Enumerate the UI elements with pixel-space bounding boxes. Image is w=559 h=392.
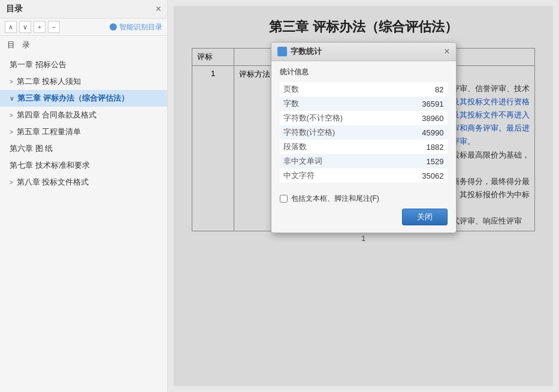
stat-row: 页数82	[280, 82, 448, 97]
stat-row: 中文字符35062	[280, 168, 448, 183]
toc-expand-down-btn[interactable]: ∨	[19, 21, 31, 33]
toc-item-chapter7[interactable]: 第七章 技术标准和要求	[0, 157, 167, 174]
toc-item-chapter5[interactable]: 第五章 工程量清单	[0, 123, 167, 140]
dialog-title-text: 字数统计	[291, 46, 322, 57]
close-dialog-btn[interactable]: 关闭	[402, 209, 448, 225]
stat-row: 字符数(计空格)45990	[280, 125, 448, 140]
sidebar-header: 目录 ×	[0, 0, 167, 19]
toc-collapse-up-btn[interactable]: ∧	[5, 21, 17, 33]
toc-item-chapter3[interactable]: 第三章 评标办法（综合评估法）	[0, 90, 167, 107]
stat-label: 非中文单词	[280, 154, 397, 168]
include-textbox-checkbox[interactable]	[280, 195, 288, 203]
sidebar-close-btn[interactable]: ×	[156, 4, 161, 14]
stat-value: 45990	[397, 125, 447, 140]
smart-btn-icon	[110, 23, 117, 31]
toc-item-chapter4[interactable]: 第四章 合同条款及格式	[0, 107, 167, 123]
stat-value: 35062	[397, 168, 447, 183]
stat-value: 38960	[397, 111, 447, 125]
toc-item-chapter6[interactable]: 第六章 图 纸	[0, 140, 167, 157]
stat-label: 字数	[280, 97, 397, 111]
stat-label: 页数	[280, 82, 397, 97]
include-textbox-row: 包括文本框、脚注和尾注(F)	[280, 194, 448, 204]
sidebar: 目录 × ∧ ∨ + − 智能识别目录 目 录 第一章 招标公告 第二章 投标人…	[0, 0, 168, 392]
stat-row: 段落数1882	[280, 140, 448, 154]
stat-value: 1882	[397, 140, 447, 154]
dialog-title-left: 字数统计	[277, 46, 322, 57]
stat-label: 字符数(不计空格)	[280, 111, 397, 125]
stats-table: 页数82字数36591字符数(不计空格)38960字符数(计空格)45990段落…	[280, 82, 448, 183]
sidebar-title: 目录	[6, 4, 23, 14]
dialog-close-row: 关闭	[280, 209, 448, 225]
main-content: 第三章 评标办法（综合评估法） 评标 编列内容 1 评标方法 定标： 一、本次评…	[168, 0, 559, 392]
dialog-close-x-btn[interactable]: ×	[444, 47, 449, 56]
document-area: 第三章 评标办法（综合评估法） 评标 编列内容 1 评标方法 定标： 一、本次评…	[174, 6, 553, 386]
dialog-footer: 包括文本框、脚注和尾注(F) 关闭	[271, 189, 456, 233]
stat-label: 字符数(计空格)	[280, 125, 397, 140]
stat-row: 字数36591	[280, 97, 448, 111]
stat-label: 中文字符	[280, 168, 397, 183]
stat-value: 82	[397, 82, 447, 97]
toc-list: 第一章 招标公告 第二章 投标人须知 第三章 评标办法（综合评估法） 第四章 合…	[0, 54, 167, 392]
word-count-dialog: 字数统计 × 统计信息 页数82字数36591字符数(不计空格)38960字符数…	[271, 42, 457, 233]
stat-row: 非中文单词1529	[280, 154, 448, 168]
smart-recognize-btn[interactable]: 智能识别目录	[110, 22, 162, 32]
stat-row: 字符数(不计空格)38960	[280, 111, 448, 125]
toc-section-label: 目 录	[0, 36, 167, 54]
stat-label: 段落数	[280, 140, 397, 154]
toc-remove-btn[interactable]: −	[48, 21, 60, 33]
smart-btn-label: 智能识别目录	[119, 22, 162, 32]
dialog-title-icon	[277, 47, 287, 56]
stats-section-label: 统计信息	[280, 67, 448, 77]
toc-add-btn[interactable]: +	[34, 21, 46, 33]
toc-item-chapter2[interactable]: 第二章 投标人须知	[0, 73, 167, 90]
include-textbox-label: 包括文本框、脚注和尾注(F)	[291, 194, 379, 204]
toc-item-chapter8[interactable]: 第八章 投标文件格式	[0, 174, 167, 191]
stat-value: 1529	[397, 154, 447, 168]
dialog-overlay: 字数统计 × 统计信息 页数82字数36591字符数(不计空格)38960字符数…	[174, 6, 553, 386]
stat-value: 36591	[397, 97, 447, 111]
toc-item-chapter1[interactable]: 第一章 招标公告	[0, 56, 167, 73]
sidebar-toolbar: ∧ ∨ + − 智能识别目录	[0, 19, 167, 36]
dialog-body: 统计信息 页数82字数36591字符数(不计空格)38960字符数(计空格)45…	[271, 61, 456, 189]
dialog-title-bar: 字数统计 ×	[271, 43, 456, 61]
